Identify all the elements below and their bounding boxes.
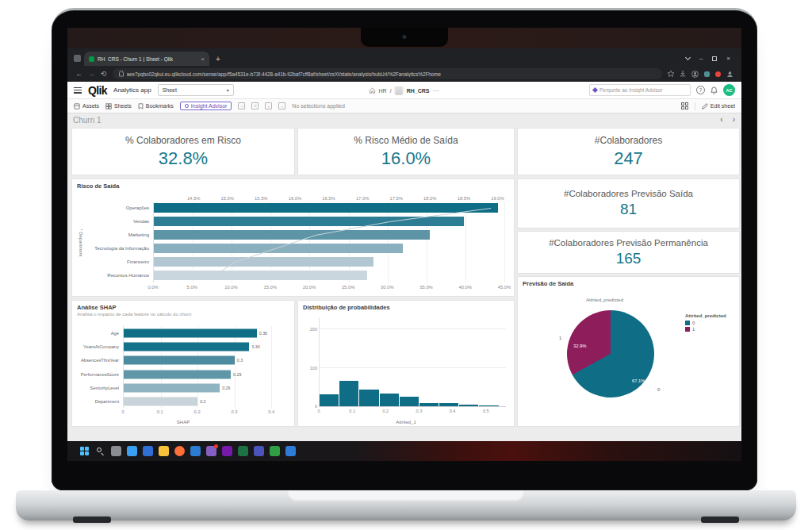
breadcrumb-space[interactable]: HR [379,88,387,94]
kpi-risco-medio-saida[interactable]: % Risco Médio de Saída 16.0% [297,128,515,175]
extension-icon[interactable] [704,71,710,77]
home-icon[interactable] [370,87,376,94]
qlik-favicon [89,56,94,62]
pie[interactable] [567,310,654,398]
tab-close-icon[interactable]: × [201,56,205,63]
sheet-selector-dropdown[interactable]: Sheet ▾ [158,84,234,96]
breadcrumb-separator: / [390,88,392,94]
bar[interactable] [124,383,220,392]
taskbar-icon-firefox[interactable] [174,446,185,456]
breadcrumb-app[interactable]: RH_CRS [407,88,430,94]
bar[interactable] [124,398,197,406]
taskbar-icon-teams[interactable] [254,446,264,456]
kpi-previsao-permanencia[interactable]: #Colaboradores Previsão Permanência 165 [517,231,740,274]
chart-analise-shap[interactable]: Análise SHAP Analisa o impacto de cada f… [71,300,295,427]
taskbar-icon-windows-security[interactable] [285,446,296,456]
smart-search-icon[interactable]: ○ [238,102,245,109]
taskbar-icon-start[interactable] [79,446,90,456]
taskbar-icon-photos[interactable] [270,446,280,456]
chart-distribuicao-probabilidades[interactable]: Distribuição de probabilidades 0100200 0… [297,300,515,427]
hamburger-menu-icon[interactable] [74,87,82,94]
bar[interactable] [124,342,249,351]
chart-risco-de-saida[interactable]: Risco de Saída Department › 14.5%15.0%15… [71,179,515,297]
reload-icon[interactable]: ⟲ [101,70,107,78]
close-icon[interactable]: × [726,55,730,62]
selections-tool-icon[interactable]: ⌗ [251,102,259,109]
bar[interactable] [124,356,235,365]
dashboard: Churn 1 ‹ › % Colaboradores em Risco 32.… [67,113,741,441]
kpi-previsao-saida[interactable]: #Colaboradores Previsão Saída 81 [517,179,740,229]
taskbar-icon-file-explorer[interactable] [159,446,169,456]
tab-title: RH_CRS - Churn 1 | Sheet - Qlik [98,56,197,62]
account-icon[interactable] [691,71,699,78]
histogram-bar[interactable] [400,397,419,406]
taskbar-icon-edge[interactable] [143,446,153,456]
notifications-bell-icon[interactable] [710,86,718,94]
forward-icon[interactable]: → [88,70,95,78]
histogram-bar[interactable] [320,394,339,406]
x-axis-tick: 0.4 [268,409,274,414]
browser-profile-icon[interactable] [74,55,81,62]
taskbar-icon-visual-studio[interactable] [206,446,216,456]
show-charts-icon[interactable] [681,102,688,109]
tab-search-icon[interactable] [685,55,691,60]
browser-tab[interactable]: RH_CRS - Churn 1 | Sheet - Qlik × [84,52,209,66]
profile-icon[interactable] [726,71,733,78]
chart-previsao-de-saida[interactable]: Previsão de Saída Attrited_predicted 1 3… [517,276,740,427]
legend-item[interactable]: 0 [685,321,734,325]
kpi-colaboradores[interactable]: #Colaboradores 247 [517,128,740,175]
taskbar-icon-app-blue[interactable] [190,446,201,456]
histogram-bar[interactable] [419,403,439,406]
taskbar-icon-excel[interactable] [238,446,248,456]
url-field[interactable]: aee7pqbo02gkui.eu.qlikcloud.com/sense/ap… [113,68,662,79]
value-label: 0.2 [200,399,205,404]
edit-sheet-button[interactable]: Edit sheet [702,103,735,109]
avatar[interactable]: AC [723,84,735,96]
histogram-bar[interactable] [339,381,359,406]
bar[interactable] [124,370,231,378]
legend-item[interactable]: 1 [685,327,734,332]
taskbar-icon-task-view[interactable] [111,446,121,456]
insight-advisor-search[interactable] [589,84,691,96]
step-back-icon[interactable]: ‹ [265,102,272,109]
taskbar-icon-onenote[interactable] [222,446,232,456]
insight-advisor-button[interactable]: Insight Advisor [180,102,232,110]
help-icon[interactable]: ? [696,86,705,94]
value-label: 0.36 [259,331,267,336]
plot-area[interactable]: 0.360.340.30.290.260.2 [123,326,286,409]
new-tab-button[interactable]: + [216,55,220,63]
more-options-icon[interactable]: ⋯ [432,87,439,94]
step-forward-icon[interactable]: › [278,102,285,109]
plot-area[interactable]: 0100200 [319,318,506,407]
bar[interactable] [124,328,257,337]
kpi-value: 81 [620,201,637,218]
x-axis-tick: 0.2 [194,409,201,414]
histogram-bar[interactable] [380,394,400,406]
window-controls: – × [686,55,735,66]
bookmarks-button[interactable]: Bookmarks [138,103,174,109]
kpi-colaboradores-em-risco[interactable]: % Colaboradores em Risco 32.8% [71,128,295,175]
back-icon[interactable]: ← [75,70,82,78]
maximize-icon[interactable] [712,56,717,61]
histogram-bar[interactable] [479,405,499,406]
download-icon[interactable] [680,71,686,77]
bookmark-star-icon[interactable] [668,71,674,77]
qlik-logo[interactable]: Qlik [88,84,107,97]
notification-badge [214,444,218,448]
histogram-bar[interactable] [359,390,379,406]
recording-extension-icon[interactable] [715,71,721,77]
histogram-bar[interactable] [459,405,479,406]
sheet-toolbar: Assets Sheets Bookmarks Insight Advisor … [67,99,741,113]
camera-notch [361,28,448,47]
next-sheet-icon[interactable]: › [733,115,735,124]
assets-button[interactable]: Assets [74,103,99,109]
insight-advisor-input[interactable] [599,87,687,93]
histogram-bar[interactable] [439,403,459,406]
minimize-icon[interactable]: – [699,55,703,62]
sheets-button[interactable]: Sheets [105,103,132,109]
taskbar-icon-search[interactable] [95,446,105,456]
plot-area[interactable] [153,202,504,282]
category-label: YearsAtCompany [79,340,123,353]
previous-sheet-icon[interactable]: ‹ [720,115,722,124]
taskbar-icon-quick-assist[interactable] [127,446,137,456]
